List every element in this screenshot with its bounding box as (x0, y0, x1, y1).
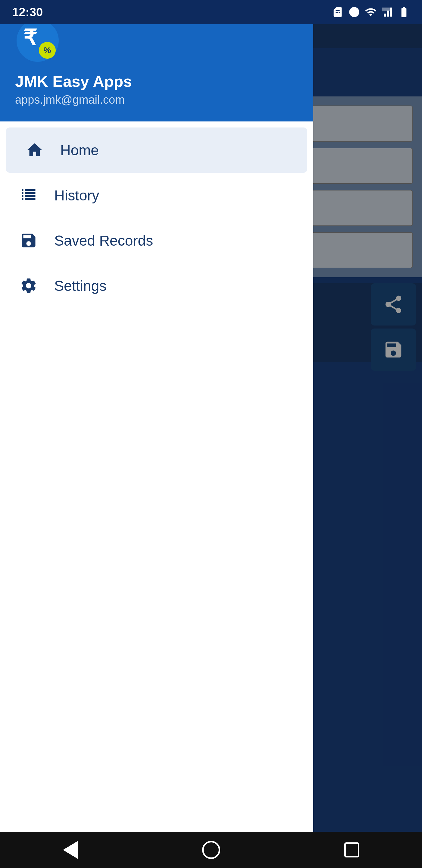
menu-label-history: History (54, 187, 99, 204)
drawer-email: apps.jmk@gmail.com (15, 93, 298, 106)
settings-icon (18, 275, 39, 296)
logo-rupee-icon: ₹ (23, 25, 37, 50)
home-nav-icon (202, 841, 220, 859)
nav-back-button[interactable] (53, 838, 89, 862)
sim-card-icon (332, 6, 344, 18)
nav-recent-button[interactable] (334, 838, 370, 862)
home-icon (24, 140, 45, 161)
menu-label-saved-records: Saved Records (54, 232, 153, 249)
navigation-drawer: ₹ % JMK Easy Apps apps.jmk@gmail.com Hom… (0, 0, 313, 868)
status-icons (332, 6, 410, 18)
menu-item-history[interactable]: History (0, 173, 313, 218)
wifi-icon (365, 6, 377, 18)
signal-icon (381, 6, 393, 18)
drawer-menu: Home History Saved Records Settings (0, 121, 313, 868)
menu-item-home[interactable]: Home (6, 127, 307, 173)
nav-bar (0, 832, 422, 868)
status-bar: 12:30 (0, 0, 422, 24)
menu-label-home: Home (60, 142, 99, 158)
recent-icon (344, 842, 359, 858)
circle-icon (348, 6, 360, 18)
svg-point-0 (349, 7, 359, 17)
save-icon (18, 230, 39, 251)
status-time: 12:30 (12, 5, 43, 19)
menu-item-saved-records[interactable]: Saved Records (0, 218, 313, 263)
back-icon (63, 841, 78, 859)
menu-label-settings: Settings (54, 278, 106, 294)
history-icon (18, 185, 39, 206)
logo-percent-icon: % (39, 42, 56, 59)
nav-home-button[interactable] (193, 838, 229, 862)
menu-item-settings[interactable]: Settings (0, 263, 313, 308)
logo-inner: ₹ % (17, 20, 59, 62)
drawer-app-name: JMK Easy Apps (15, 72, 298, 90)
battery-icon (398, 6, 410, 18)
app-logo: ₹ % (15, 18, 60, 63)
